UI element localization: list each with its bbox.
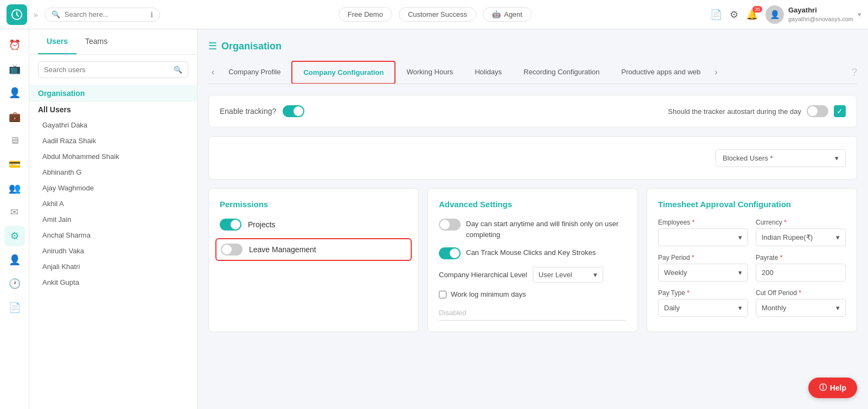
autostart-switch[interactable] xyxy=(807,105,828,117)
settings-icon[interactable]: ⚙ xyxy=(730,9,738,21)
timesheet-fields-grid: Employees * ▾ Currency * Indian Rupee(₹)… xyxy=(658,219,846,317)
all-users-label[interactable]: All Users xyxy=(29,102,197,117)
currency-select[interactable]: Indian Rupee(₹) ▾ xyxy=(756,228,846,246)
user-menu[interactable]: 👤 Gayathri gayathri@snovasys.com ▾ xyxy=(765,5,861,24)
mouse-track-row: Can Track Mouse Clicks and Key Strokes xyxy=(439,247,627,259)
list-item[interactable]: Anchal Sharma xyxy=(29,227,197,243)
hierarchical-label: Company Hierarchical Level xyxy=(439,270,527,280)
hierarchical-select[interactable]: User Level ▾ xyxy=(533,267,603,283)
nav-center-actions: Free Demo Customer Success 🤖 Agent xyxy=(167,7,704,22)
enable-tracking-switch[interactable] xyxy=(283,105,304,117)
tab-teams[interactable]: Teams xyxy=(76,29,116,54)
pay-period-select[interactable]: Weekly ▾ xyxy=(658,264,748,282)
sidebar-icon-time[interactable]: 🕐 xyxy=(4,273,25,294)
agent-label: Agent xyxy=(504,10,522,18)
list-item[interactable]: Anirudh Vaka xyxy=(29,243,197,259)
customer-success-button[interactable]: Customer Success xyxy=(399,7,476,22)
org-header: ☰ Organisation xyxy=(208,40,857,52)
organisation-label[interactable]: Organisation xyxy=(29,85,197,102)
free-demo-button[interactable]: Free Demo xyxy=(339,7,392,22)
agent-button[interactable]: 🤖 Agent xyxy=(483,7,532,22)
app-logo[interactable] xyxy=(7,4,27,25)
hamburger-icon: ☰ xyxy=(208,40,217,52)
search-users-bar[interactable]: 🔍 xyxy=(38,61,188,78)
blocked-users-select[interactable]: Blocked Users * ▾ xyxy=(716,149,846,167)
sidebar-icon-card[interactable]: 💳 xyxy=(4,154,25,175)
nav-expand-icon[interactable]: » xyxy=(34,10,38,19)
pay-type-dropdown-icon: ▾ xyxy=(738,304,742,312)
employees-label: Employees * xyxy=(658,219,748,226)
disabled-label: Disabled xyxy=(439,305,627,321)
autostart-toggle[interactable] xyxy=(807,105,828,117)
info-icon: ℹ xyxy=(150,10,153,19)
employees-dropdown-icon: ▾ xyxy=(738,233,742,241)
tab-productive-apps[interactable]: Productive apps and web xyxy=(610,61,711,84)
blocked-users-section: Blocked Users * ▾ xyxy=(208,136,857,180)
worklog-row[interactable]: Work log minimum days xyxy=(439,289,627,300)
list-item[interactable]: Abhinanth G xyxy=(29,164,197,180)
help-fab-label: Help xyxy=(830,384,846,392)
notification-icon[interactable]: 🔔 35 xyxy=(746,9,758,21)
list-item[interactable]: Aadil Raza Shaik xyxy=(29,133,197,149)
cut-off-period-dropdown-icon: ▾ xyxy=(836,304,840,312)
help-fab-button[interactable]: ⓘ Help xyxy=(808,378,857,398)
sidebar-icon-monitor[interactable]: 📺 xyxy=(4,59,25,79)
list-item[interactable]: Amit Jain xyxy=(29,212,197,227)
list-item[interactable]: Anjali Khatri xyxy=(29,259,197,274)
global-search-bar[interactable]: 🔍 ℹ xyxy=(44,8,160,22)
mouse-track-toggle[interactable] xyxy=(439,247,461,259)
global-search-input[interactable] xyxy=(65,10,146,18)
tab-company-configuration[interactable]: Company Configuration xyxy=(291,61,395,84)
enable-tracking-toggle[interactable] xyxy=(283,105,304,117)
sidebar-icons: ⏰ 📺 👤 💼 🖥 💳 👥 ✉ ⚙ 👤 🕐 📄 xyxy=(0,29,29,409)
employees-select[interactable]: ▾ xyxy=(658,228,748,246)
sidebar-icon-desktop[interactable]: 🖥 xyxy=(4,130,25,151)
list-item[interactable]: Akhil A xyxy=(29,196,197,212)
pay-period-value: Weekly xyxy=(664,269,687,277)
document-icon[interactable]: 📄 xyxy=(710,9,722,21)
tab-holidays[interactable]: Holidays xyxy=(464,61,513,84)
ts-field-currency: Currency * Indian Rupee(₹) ▾ xyxy=(756,219,846,246)
day-start-toggle[interactable] xyxy=(439,219,461,231)
org-tabs-row: ‹ Company Profile Company Configuration … xyxy=(208,61,857,84)
tab-left-arrow[interactable]: ‹ xyxy=(208,67,218,77)
leave-management-toggle[interactable] xyxy=(221,244,242,255)
sidebar-icon-clock[interactable]: ⏰ xyxy=(4,35,25,55)
user-email: gayathri@snovasys.com xyxy=(788,15,853,23)
worklog-checkbox[interactable] xyxy=(439,291,446,298)
cut-off-period-select[interactable]: Monthly ▾ xyxy=(756,299,846,317)
search-users-input[interactable] xyxy=(44,66,169,74)
sidebar-icon-user[interactable]: 👤 xyxy=(4,82,25,103)
permissions-leave-row: Leave Management xyxy=(215,238,412,261)
pay-type-select[interactable]: Daily ▾ xyxy=(658,299,748,317)
autostart-check-icon: ✓ xyxy=(834,105,846,117)
ts-field-cut-off-period: Cut Off Period * Monthly ▾ xyxy=(756,289,846,317)
sidebar-icon-mail[interactable]: ✉ xyxy=(4,202,25,222)
pay-type-required: * xyxy=(687,289,690,297)
cut-off-period-label: Cut Off Period * xyxy=(756,289,846,297)
list-item[interactable]: Gayathri Daka xyxy=(29,117,197,133)
tab-recording-configuration[interactable]: Recording Configuration xyxy=(513,61,610,84)
permissions-card: Permissions Projects Leave Management xyxy=(208,188,419,332)
list-item[interactable]: Ajay Waghmode xyxy=(29,180,197,196)
sidebar-icon-person[interactable]: 👤 xyxy=(4,250,25,270)
tab-right-arrow[interactable]: › xyxy=(711,67,720,77)
payrate-required: * xyxy=(780,254,783,261)
tab-company-profile[interactable]: Company Profile xyxy=(218,61,291,84)
ts-field-payrate: Payrate * 200 xyxy=(756,254,846,282)
sidebar-icon-file[interactable]: 📄 xyxy=(4,297,25,318)
tab-users[interactable]: Users xyxy=(38,29,76,54)
user-text: Gayathri gayathri@snovasys.com xyxy=(788,6,853,23)
list-item[interactable]: Ankit Gupta xyxy=(29,274,197,290)
help-circle-icon[interactable]: ? xyxy=(852,67,857,78)
sidebar-icon-group[interactable]: 👥 xyxy=(4,178,25,199)
sidebar-icon-briefcase[interactable]: 💼 xyxy=(4,106,25,127)
customer-success-label: Customer Success xyxy=(408,10,467,18)
sidebar-icon-settings[interactable]: ⚙ xyxy=(4,226,25,246)
projects-toggle[interactable] xyxy=(220,219,241,231)
currency-required: * xyxy=(784,219,787,226)
payrate-input[interactable]: 200 xyxy=(756,264,846,282)
list-item[interactable]: Abdul Mohammed Shaik xyxy=(29,149,197,164)
autostart-row: Should the tracker autostart during the … xyxy=(668,105,846,117)
tab-working-hours[interactable]: Working Hours xyxy=(395,61,464,84)
